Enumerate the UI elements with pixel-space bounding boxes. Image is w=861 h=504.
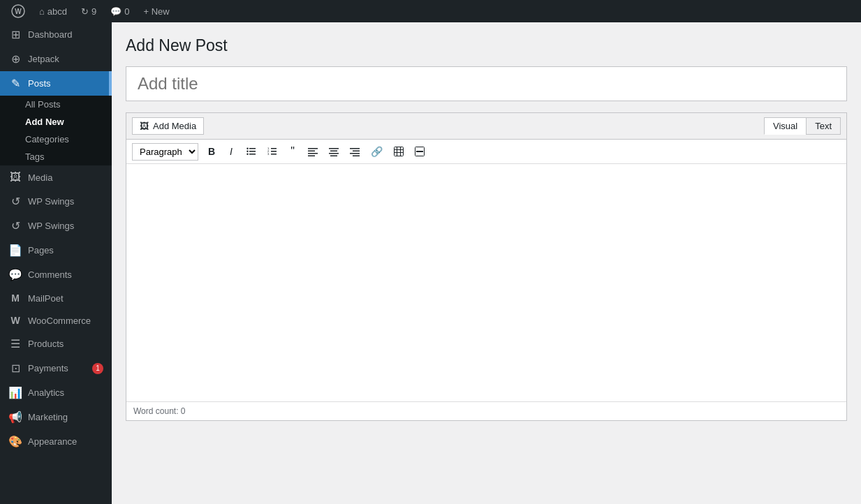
svg-rect-32 <box>416 151 423 152</box>
italic-button[interactable]: I <box>222 143 240 160</box>
marketing-icon: 📢 <box>8 410 22 424</box>
submenu-add-new[interactable]: Add New <box>0 113 112 131</box>
svg-point-6 <box>246 151 248 152</box>
updates-button[interactable]: ↻ 9 <box>75 0 102 22</box>
add-media-icon: 🖼 <box>140 121 149 131</box>
media-icon: 🖼 <box>8 171 22 184</box>
blockquote-button[interactable]: " <box>284 142 302 161</box>
site-name-label: abcd <box>47 6 67 17</box>
submenu-categories[interactable]: Categories <box>0 131 112 148</box>
svg-rect-4 <box>249 154 256 155</box>
sidebar-label-payments: Payments <box>28 363 68 373</box>
ordered-list-button[interactable]: 1. 2. 3. <box>263 144 282 159</box>
sidebar-item-marketing[interactable]: 📢 Marketing <box>0 405 112 429</box>
svg-rect-10 <box>271 154 277 155</box>
submenu-all-posts[interactable]: All Posts <box>0 96 112 113</box>
svg-rect-25 <box>353 156 360 157</box>
sidebar-item-pages[interactable]: 📄 Pages <box>0 238 112 262</box>
sidebar-label-products: Products <box>28 339 64 349</box>
add-media-label: Add Media <box>153 121 196 131</box>
sidebar-label-jetpack: Jetpack <box>28 54 59 64</box>
svg-rect-8 <box>271 148 277 149</box>
pages-icon: 📄 <box>8 244 22 257</box>
svg-rect-16 <box>308 153 318 154</box>
sidebar-label-mailpoet: MailPoet <box>28 293 64 304</box>
sidebar-item-payments[interactable]: ⊡ Payments 1 <box>0 356 112 380</box>
sidebar-item-analytics[interactable]: 📊 Analytics <box>0 380 112 405</box>
svg-text:3.: 3. <box>267 152 270 156</box>
add-media-button[interactable]: 🖼 Add Media <box>132 117 204 135</box>
sidebar-item-wp-swings-1[interactable]: ↺ WP Swings <box>0 189 112 214</box>
svg-rect-20 <box>329 153 339 154</box>
sidebar-label-dashboard: Dashboard <box>28 29 73 40</box>
sidebar-label-marketing: Marketing <box>28 412 68 422</box>
sidebar-item-dashboard[interactable]: ⊞ Dashboard <box>0 22 112 47</box>
sidebar-item-woocommerce[interactable]: W WooCommerce <box>0 309 112 332</box>
editor-body[interactable] <box>126 164 846 401</box>
sidebar-label-pages: Pages <box>28 245 54 255</box>
sidebar-item-media[interactable]: 🖼 Media <box>0 165 112 189</box>
comments-nav-icon: 💬 <box>8 268 22 281</box>
new-content-button[interactable]: + New <box>138 0 175 22</box>
align-right-button[interactable] <box>345 144 365 159</box>
svg-text:W: W <box>15 8 22 15</box>
comments-count: 0 <box>124 6 129 17</box>
svg-rect-26 <box>395 147 404 156</box>
wp-swings-1-icon: ↺ <box>8 195 22 208</box>
svg-rect-24 <box>350 153 360 154</box>
admin-bar: W ⌂ abcd ↻ 9 💬 0 + New <box>0 0 861 22</box>
editor-wrapper: 🖼 Add Media Visual Text Paragraph B I <box>126 112 847 421</box>
categories-label: Categories <box>25 134 69 144</box>
wp-logo-button[interactable]: W <box>6 0 31 22</box>
content-area: Add New Post 🖼 Add Media Visual Text Par… <box>112 22 861 504</box>
products-icon: ☰ <box>8 337 22 350</box>
jetpack-icon: ⊕ <box>8 52 22 66</box>
sidebar-label-wp-swings-1: WP Swings <box>28 196 74 207</box>
svg-rect-14 <box>308 148 318 149</box>
bold-button[interactable]: B <box>203 143 221 160</box>
insert-table-button[interactable] <box>389 144 409 159</box>
paragraph-select[interactable]: Paragraph <box>132 143 198 161</box>
sidebar: ⊞ Dashboard ⊕ Jetpack ✎ Posts All Posts … <box>0 22 112 504</box>
updates-count: 9 <box>91 6 96 17</box>
sidebar-item-comments[interactable]: 💬 Comments <box>0 262 112 287</box>
svg-rect-17 <box>308 156 315 157</box>
insert-link-button[interactable]: 🔗 <box>366 143 388 160</box>
word-count-label: Word count: 0 <box>133 406 185 416</box>
visual-text-tabs: Visual Text <box>764 117 841 135</box>
add-new-label: Add New <box>25 117 64 127</box>
all-posts-label: All Posts <box>25 99 61 110</box>
sidebar-item-wp-swings-2[interactable]: ↺ WP Swings <box>0 214 112 238</box>
unordered-list-button[interactable] <box>242 144 261 159</box>
sidebar-label-woocommerce: WooCommerce <box>28 316 91 326</box>
sidebar-item-jetpack[interactable]: ⊕ Jetpack <box>0 47 112 71</box>
site-name-button[interactable]: ⌂ abcd <box>34 0 73 22</box>
comments-icon: 💬 <box>110 6 122 17</box>
woocommerce-icon: W <box>8 315 22 326</box>
editor-top-bar: 🖼 Add Media Visual Text <box>126 113 846 140</box>
updates-icon: ↻ <box>81 6 89 17</box>
align-center-button[interactable] <box>324 144 344 159</box>
submenu-tags[interactable]: Tags <box>0 148 112 165</box>
align-left-button[interactable] <box>303 144 323 159</box>
sidebar-label-wp-swings-2: WP Swings <box>28 221 74 231</box>
more-button[interactable] <box>410 144 429 159</box>
comments-button[interactable]: 💬 0 <box>105 0 135 22</box>
dashboard-icon: ⊞ <box>8 28 22 41</box>
posts-submenu: All Posts Add New Categories Tags <box>0 96 112 165</box>
post-title-input[interactable] <box>126 66 847 101</box>
main-layout: ⊞ Dashboard ⊕ Jetpack ✎ Posts All Posts … <box>0 22 861 504</box>
tags-label: Tags <box>25 151 44 162</box>
format-toolbar: Paragraph B I <box>126 140 846 164</box>
sidebar-item-appearance[interactable]: 🎨 Appearance <box>0 429 112 454</box>
sidebar-item-products[interactable]: ☰ Products <box>0 332 112 356</box>
page-title: Add New Post <box>126 36 847 55</box>
svg-rect-3 <box>249 151 256 152</box>
tab-visual[interactable]: Visual <box>764 117 806 135</box>
payments-icon: ⊡ <box>8 362 22 375</box>
new-label: + New <box>144 6 170 17</box>
svg-rect-22 <box>350 148 360 149</box>
sidebar-item-posts[interactable]: ✎ Posts <box>0 71 112 96</box>
sidebar-item-mailpoet[interactable]: M MailPoet <box>0 287 112 309</box>
tab-text[interactable]: Text <box>806 117 841 135</box>
